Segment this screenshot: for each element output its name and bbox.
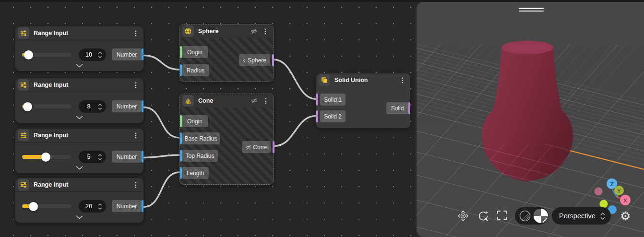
stepper-up-icon[interactable] [98,203,102,206]
stepper-down-icon[interactable] [98,158,102,160]
slider-knob[interactable] [24,50,33,59]
display-mode-toggle[interactable] [515,207,549,225]
output-port-number[interactable]: Number [112,100,142,112]
stepper-buttons[interactable] [98,154,106,160]
node-header[interactable]: Range Input ⋮ [15,178,143,192]
panel-drag-handle[interactable] [519,8,544,13]
input-port-origin[interactable]: Origin [182,115,208,127]
node-header[interactable]: Solid Union ⋮ [316,73,410,87]
port-connector-purple[interactable] [316,94,318,106]
chevron-down-icon[interactable] [76,215,83,219]
node-header[interactable]: Range Input ⋮ [15,129,143,142]
wire-range4-cone-length[interactable] [143,172,179,207]
port-connector-purple[interactable] [273,141,274,153]
input-port-radius[interactable]: Radius [182,64,209,76]
number-input[interactable]: 20 [79,200,106,213]
kebab-menu-icon[interactable]: ⋮ [262,28,269,35]
sphere-node[interactable]: Sphere ⋮ Origin Radius Sphere [179,24,274,82]
kebab-menu-icon[interactable]: ⋮ [132,30,139,36]
slider-knob[interactable] [29,202,38,211]
range-input-node-1[interactable]: Range Input ⋮ 10 Number [15,26,143,71]
stepper-up-icon[interactable] [98,52,102,54]
viewport-3d[interactable]: Z Y X [417,2,644,237]
cone-node[interactable]: Cone ⋮ Origin Base Radius Top Radius Len… [179,94,274,185]
wire-range1-sphere-radius[interactable] [143,56,179,70]
matcap-sphere-icon[interactable] [533,208,549,224]
stepper-down-icon[interactable] [98,207,102,210]
port-connector-purple[interactable] [408,102,410,114]
gizmo-neg-y-ball[interactable] [600,200,608,208]
range-slider[interactable] [22,153,71,161]
solid-union-node[interactable]: Solid Union ⋮ Solid 1 Solid 2 Solid [316,73,410,128]
node-title: Cone [198,97,213,104]
wire-range2-cone-base[interactable] [143,107,179,138]
chevron-down-icon[interactable] [76,116,83,119]
port-connector-blue[interactable] [142,151,143,163]
frame-icon[interactable] [496,210,508,221]
input-port-top-radius[interactable]: Top Radius [182,150,218,162]
chevron-down-icon[interactable] [76,64,83,68]
pan-icon[interactable] [457,210,469,222]
shaded-sphere-icon[interactable] [519,210,531,222]
number-value[interactable]: 5 [79,154,98,160]
wire-cone-union2[interactable] [274,116,316,146]
kebab-menu-icon[interactable]: ⋮ [132,181,139,188]
port-connector-blue[interactable] [142,48,143,60]
output-port-sphere[interactable]: Sphere [239,54,270,66]
stepper-buttons[interactable] [98,104,106,110]
input-port-origin[interactable]: Origin [182,46,208,58]
number-input[interactable]: 10 [79,48,106,61]
range-slider[interactable] [22,50,71,59]
stepper-up-icon[interactable] [98,154,102,156]
range-input-node-3[interactable]: Range Input ⋮ 5 Number [15,129,143,173]
number-input[interactable]: 5 [79,151,106,163]
input-port-length[interactable]: Length [182,167,209,179]
input-port-solid2[interactable]: Solid 2 [320,110,346,122]
slider-knob[interactable] [41,153,50,162]
output-port-number[interactable]: Number [112,48,142,60]
output-port-solid[interactable]: Solid [386,102,408,114]
kebab-menu-icon[interactable]: ⋮ [132,82,139,88]
input-port-base-radius[interactable]: Base Radius [182,132,220,144]
output-port-number[interactable]: Number [112,151,142,163]
number-value[interactable]: 10 [79,51,98,58]
settings-gear-icon[interactable]: ⚙ [620,209,631,223]
port-connector-blue[interactable] [142,100,143,112]
output-port-cone[interactable]: Cone [242,141,271,153]
range-slider[interactable] [22,202,71,211]
port-connector-purple[interactable] [316,110,318,122]
input-port-solid1[interactable]: Solid 1 [320,94,346,106]
output-port-number[interactable]: Number [112,200,142,212]
orbit-icon[interactable] [477,210,489,222]
wire-range3-cone-top[interactable] [143,155,179,158]
number-value[interactable]: 20 [79,203,98,210]
stepper-down-icon[interactable] [98,107,102,110]
sphere-icon [182,25,194,37]
app-canvas[interactable]: Range Input ⋮ 10 Number Range Input ⋮ [0,0,644,237]
kebab-menu-icon[interactable]: ⋮ [262,97,269,104]
wire-sphere-union1[interactable] [274,59,316,99]
slider-knob[interactable] [23,102,32,111]
gizmo-neg-x-ball[interactable] [595,188,603,196]
stepper-down-icon[interactable] [98,56,102,58]
port-connector-blue[interactable] [142,200,143,212]
eye-slash-icon[interactable] [251,97,258,104]
number-value[interactable]: 8 [79,103,98,110]
port-connector-purple[interactable] [272,54,274,66]
node-header[interactable]: Sphere ⋮ [180,24,273,38]
range-input-node-4[interactable]: Range Input ⋮ 20 Number [15,178,143,223]
kebab-menu-icon[interactable]: ⋮ [132,132,139,139]
stepper-buttons[interactable] [98,52,106,58]
camera-mode-dropdown[interactable]: Perspective [552,207,611,225]
chevron-down-icon[interactable] [76,166,83,170]
range-input-node-2[interactable]: Range Input ⋮ 8 Number [15,78,143,123]
number-input[interactable]: 8 [79,100,106,113]
range-slider[interactable] [22,102,71,111]
stepper-up-icon[interactable] [98,104,102,106]
node-header[interactable]: Range Input ⋮ [15,26,143,40]
node-header[interactable]: Cone ⋮ [180,94,274,107]
node-header[interactable]: Range Input ⋮ [15,78,143,92]
kebab-menu-icon[interactable]: ⋮ [399,77,406,83]
stepper-buttons[interactable] [98,203,106,210]
eye-slash-icon[interactable] [250,28,257,35]
